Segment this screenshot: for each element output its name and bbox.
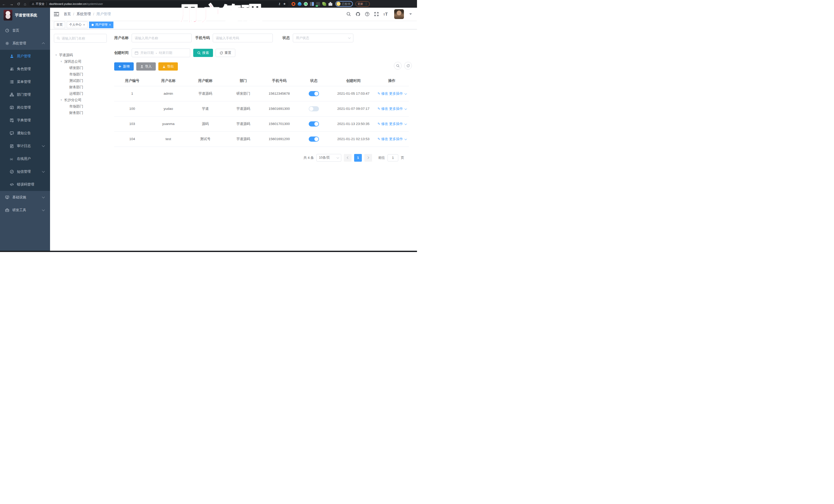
more-actions-link[interactable]: 更多操作 (389, 107, 406, 111)
goto-page-input[interactable] (388, 154, 398, 161)
more-actions-link[interactable]: 更多操作 (389, 122, 406, 126)
tree-caret-icon[interactable]: ▾ (56, 53, 59, 57)
tree-node[interactable]: 测试部门 (54, 78, 107, 84)
date-end-placeholder: 结束日期 (159, 50, 172, 55)
tree-node[interactable]: 财务部门 (54, 84, 107, 90)
more-actions-link[interactable]: 更多操作 (389, 137, 406, 141)
search-button[interactable]: 搜索 (193, 49, 213, 57)
user-menu-caret-icon[interactable] (409, 13, 412, 15)
import-button[interactable]: 导入 (136, 62, 156, 70)
tree-node[interactable]: 市场部门 (54, 103, 107, 110)
dashboard-icon (5, 28, 9, 32)
status-toggle[interactable] (309, 122, 319, 127)
sidebar-item-menu-mgmt[interactable]: 菜单管理 (0, 75, 50, 88)
gear-icon (5, 41, 9, 45)
bookmark-star-icon[interactable]: ★ (283, 2, 286, 6)
browser-profile-button[interactable]: 已暂停 (335, 1, 353, 7)
sidebar-item-infra[interactable]: 基础设施 (0, 191, 50, 204)
fullscreen-icon[interactable] (374, 12, 379, 17)
extension-green-y-icon[interactable]: y (304, 2, 308, 6)
sidebar-item-notice-mgmt[interactable]: 通知公告 (0, 127, 50, 139)
list-icon (10, 80, 14, 84)
tree-node[interactable]: 财务部门 (54, 110, 107, 116)
tree-node[interactable]: 运维部门 (54, 90, 107, 97)
mobile-input[interactable] (216, 36, 270, 40)
browser-forward-icon[interactable]: → (9, 2, 13, 6)
username-input[interactable] (135, 36, 189, 40)
browser-reload-icon[interactable] (17, 2, 20, 6)
add-button[interactable]: 新增 (114, 62, 134, 70)
tree-caret-icon[interactable]: ▾ (61, 98, 64, 102)
sidebar-item-sms-mgmt[interactable]: 短信管理 (0, 165, 50, 178)
reset-button[interactable]: 重置 (216, 49, 235, 57)
close-icon[interactable]: × (109, 23, 111, 27)
security-warning-label[interactable]: 不安全 (36, 2, 45, 6)
status-toggle[interactable] (309, 91, 319, 96)
more-actions-link[interactable]: 更多操作 (389, 92, 406, 95)
sidebar-item-user-mgmt[interactable]: 用户管理 (0, 50, 50, 63)
dept-search-input[interactable] (62, 37, 104, 40)
tags-view-bar: 首页 个人中心 × 用户管理 × (50, 21, 417, 29)
status-select[interactable]: 用户状态 (293, 34, 353, 42)
tree-node[interactable]: ▾长沙分公司 (54, 97, 107, 103)
cell-username: yudao (150, 101, 186, 116)
extension-orange-icon[interactable] (291, 2, 295, 6)
sidebar-item-dept-mgmt[interactable]: 部门管理 (0, 88, 50, 101)
sidebar-item-dict-mgmt[interactable]: 字典管理 (0, 114, 50, 127)
browser-home-icon[interactable]: ⌂ (24, 2, 26, 6)
sidebar-item-post-mgmt[interactable]: 岗位管理 (0, 101, 50, 114)
tree-node[interactable]: ▾深圳总公司 (54, 58, 107, 65)
search-icon[interactable] (347, 12, 351, 17)
tree-node[interactable]: 市场部门 (54, 71, 107, 78)
collapse-sidebar-icon[interactable] (54, 12, 59, 16)
status-toggle[interactable] (309, 106, 319, 111)
tab-label: 首页 (57, 23, 63, 27)
sidebar-item-audit-log[interactable]: 审计日志 (0, 139, 50, 152)
font-size-icon[interactable]: TT (383, 12, 388, 17)
next-page-button[interactable] (365, 154, 372, 162)
current-page-button[interactable]: 1 (354, 154, 362, 162)
breadcrumb-home[interactable]: 首页 (64, 12, 71, 17)
breadcrumb-system[interactable]: 系统管理 (76, 12, 91, 17)
sidebar-item-devtool[interactable]: 研发工具 (0, 204, 50, 217)
user-avatar[interactable] (394, 9, 404, 19)
edit-link[interactable]: ✎ 修改 (377, 107, 388, 111)
browser-menu-dots-icon[interactable]: ⋮ (365, 2, 368, 6)
refresh-table-button[interactable] (404, 62, 412, 69)
help-icon[interactable] (365, 12, 370, 17)
sidebar-item-errcode-mgmt[interactable]: 错误码管理 (0, 178, 50, 191)
app-logo-row[interactable]: 芋道管理系统 (0, 8, 50, 23)
sidebar-item-home[interactable]: 首页 (0, 24, 50, 37)
extension-on-badge-icon[interactable] (316, 2, 320, 6)
extension-leaf-icon[interactable] (322, 2, 326, 6)
browser-back-icon[interactable]: ← (2, 2, 6, 6)
extensions-puzzle-icon[interactable] (328, 2, 332, 6)
edit-link[interactable]: ✎ 修改 (377, 137, 388, 141)
tab-user-mgmt[interactable]: 用户管理 × (89, 22, 113, 28)
tree-caret-icon[interactable]: ▾ (61, 60, 64, 63)
extension-blue-icon[interactable] (298, 2, 302, 6)
chevron-right-icon (367, 156, 369, 159)
sidebar-item-role-mgmt[interactable]: 角色管理 (0, 63, 50, 75)
sidebar-item-online-users[interactable]: (a) 在线用户 (0, 152, 50, 165)
tab-profile[interactable]: 个人中心 × (67, 22, 88, 28)
address-bar[interactable]: ⚠ 不安全 dashboard.yudao.iocoder.cn/system/… (29, 1, 288, 7)
close-icon[interactable]: × (83, 23, 85, 27)
tree-node[interactable]: 研发部门 (54, 65, 107, 71)
github-icon[interactable] (356, 12, 360, 17)
date-range-picker[interactable]: 开始日期 - 结束日期 (132, 48, 190, 57)
tab-home[interactable]: 首页 (54, 22, 65, 28)
toggle-search-button[interactable] (394, 62, 402, 69)
sidebar-item-system[interactable]: 系统管理 (0, 37, 50, 50)
prev-page-button[interactable] (344, 154, 352, 162)
export-button[interactable]: 导出 (158, 62, 178, 70)
dept-search-box (54, 34, 107, 43)
page-size-select[interactable]: 10条/页 (316, 154, 341, 162)
edit-link[interactable]: ✎ 修改 (377, 92, 388, 95)
edit-link[interactable]: ✎ 修改 (377, 122, 388, 126)
status-toggle[interactable] (309, 136, 319, 141)
browser-update-button[interactable]: 更新 ⋮ (355, 1, 370, 7)
tree-node[interactable]: ▾芋道源码 (54, 52, 107, 58)
extension-grid-icon[interactable] (310, 2, 314, 6)
password-key-icon[interactable]: ⚷ (279, 2, 281, 6)
